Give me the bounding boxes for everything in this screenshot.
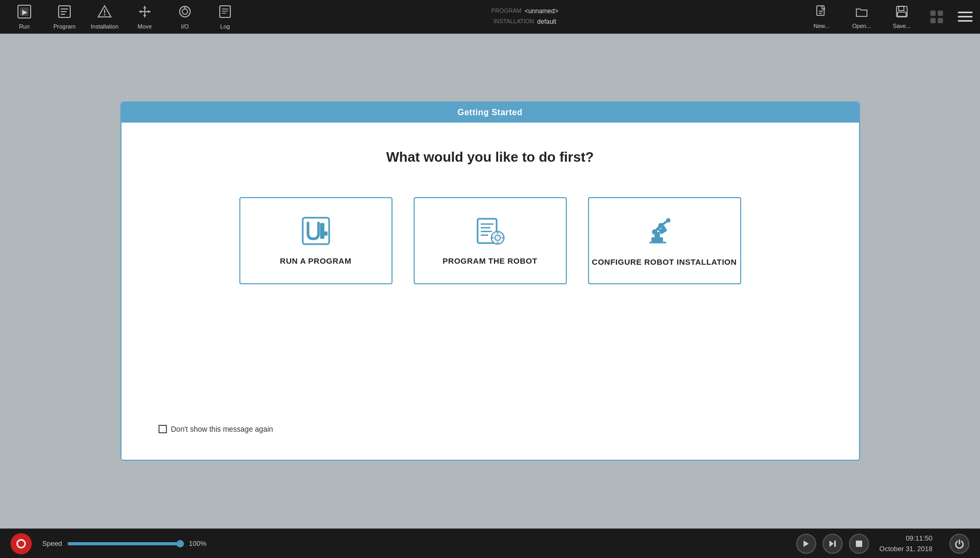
getting-started-dialog: Getting Started What would you like to d… [120,101,860,461]
svg-rect-19 [220,6,230,17]
installation-value: default [537,17,556,27]
configure-robot-icon [647,215,682,251]
program-icon [57,4,72,22]
svg-point-9 [104,14,106,15]
svg-rect-27 [899,6,904,11]
stop-button[interactable] [849,534,869,554]
new-button[interactable]: New... [806,4,837,30]
log-icon [218,4,232,22]
hamburger-line-3 [958,20,973,22]
open-label: Open... [852,23,871,29]
svg-rect-60 [856,541,862,547]
power-off-button[interactable] [949,534,969,554]
configure-robot-label: CONFIGURE ROBOT INSTALLATION [592,257,736,266]
run-program-card[interactable]: RUN A PROGRAM [239,197,393,284]
speed-slider-fill [68,542,184,545]
nav-item-run[interactable]: ▶ Run [5,2,43,32]
svg-marker-15 [148,10,151,13]
speed-label: Speed [42,540,62,547]
nav-item-log[interactable]: Log [206,2,244,32]
nav-item-move[interactable]: Move [126,2,164,32]
topbar-file-actions: New... Open... Save... [806,4,975,30]
dialog-footer: Don't show this message again [143,414,838,444]
configure-robot-card[interactable]: CONFIGURE ROBOT INSTALLATION [588,197,741,284]
svg-rect-30 [320,223,324,239]
speed-slider-thumb [176,540,184,547]
log-label: Log [220,23,230,30]
run-label: Run [19,23,30,30]
nav-items: ▶ Run Program [5,2,244,32]
main-content: Getting Started What would you like to d… [0,34,980,528]
dont-show-label: Don't show this message again [171,425,273,433]
dot-tl [930,11,936,16]
program-robot-label: PROGRAM THE ROBOT [443,256,537,265]
svg-marker-14 [139,10,142,13]
bottombar: Speed 100% 09:11:50 October 31, 2018 [0,528,980,558]
nav-item-installation[interactable]: Installation [86,2,124,32]
installation-label-text: INSTALLATION [493,17,534,27]
program-value: <unnamed> [525,6,558,16]
menu-button[interactable] [956,7,975,26]
installation-label: Installation [91,23,119,30]
program-label: Program [53,23,76,30]
program-info: PROGRAM <unnamed> INSTALLATION default [244,6,806,26]
dot-bl [930,18,936,23]
dialog-title: Getting Started [122,103,859,123]
svg-rect-26 [897,6,907,17]
playback-controls [796,534,869,554]
datetime-display: 09:11:50 October 31, 2018 [880,533,932,554]
play-button[interactable] [796,534,816,554]
corner-indicators [926,6,947,27]
svg-rect-28 [898,12,906,16]
stop-indicator[interactable] [11,533,32,554]
speed-value: 100% [189,540,207,547]
topbar: ▶ Run Program [0,0,980,34]
save-button[interactable]: Save... [886,4,918,30]
dot-tr [938,11,943,16]
time-display: 09:11:50 [880,533,932,544]
hamburger-line-1 [958,12,973,13]
program-label-text: PROGRAM [491,6,521,16]
program-robot-icon [474,217,506,250]
dialog-body: What would you like to do first? RUN A P… [122,123,859,460]
svg-rect-23 [817,6,824,15]
svg-marker-12 [143,6,146,8]
speed-slider[interactable] [68,542,184,545]
svg-marker-13 [143,15,146,17]
new-file-icon [815,5,828,22]
svg-rect-31 [320,231,328,236]
run-program-label: RUN A PROGRAM [280,256,351,265]
svg-point-56 [18,541,24,547]
svg-point-52 [666,218,670,222]
run-icon: ▶ [17,4,32,22]
svg-point-51 [658,223,664,228]
dialog-question: What would you like to do first? [386,149,594,165]
new-label: New... [814,23,830,29]
dont-show-checkbox[interactable] [158,425,167,433]
dont-show-checkbox-wrapper[interactable]: Don't show this message again [158,425,273,433]
svg-point-50 [652,229,657,235]
svg-marker-57 [804,541,809,547]
dot-br [938,18,943,23]
step-button[interactable] [823,534,843,554]
move-label: Move [138,23,152,30]
run-program-icon [300,217,332,250]
open-button[interactable]: Open... [846,4,878,30]
installation-icon [97,4,112,22]
program-robot-card[interactable]: PROGRAM THE ROBOT [414,197,567,284]
nav-item-program[interactable]: Program [45,2,83,32]
io-icon [178,4,192,22]
svg-text:▶: ▶ [22,8,27,16]
open-file-icon [855,5,869,22]
action-cards-container: RUN A PROGRAM [239,197,741,284]
date-display: October 31, 2018 [880,544,932,554]
svg-point-17 [182,9,188,14]
io-label: I/O [181,23,189,30]
save-file-icon [895,5,909,22]
nav-item-io[interactable]: I/O [166,2,204,32]
speed-section: Speed 100% [42,540,786,547]
hamburger-line-2 [958,16,973,17]
svg-marker-58 [829,541,834,547]
svg-rect-59 [834,541,836,547]
move-icon [137,4,152,22]
